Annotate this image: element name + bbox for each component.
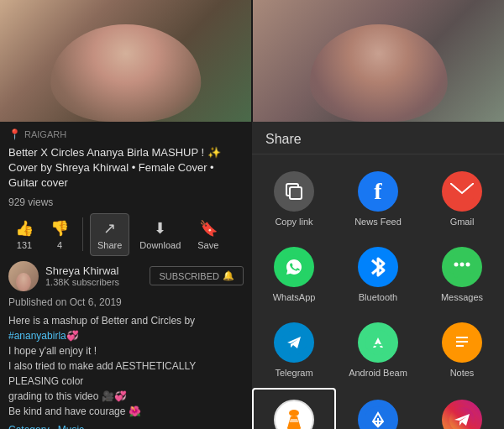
share-item-adm[interactable]: ADM Browser [336, 388, 420, 429]
facebook-label: News Feed [354, 217, 402, 227]
copy-link-icon [274, 171, 314, 212]
gmail-label: Gmail [450, 217, 475, 227]
video-thumb-left[interactable] [0, 0, 251, 122]
location-pin-icon: 📍 [8, 128, 21, 140]
android-beam-icon [358, 322, 398, 363]
notes-label: Notes [450, 368, 475, 378]
download-icon: ⬇ [154, 219, 166, 238]
desc-text-3: Be kind and have courage 🌺 [8, 405, 141, 417]
thumbs-down-icon: 👎 [50, 219, 69, 238]
share-item-copy-link[interactable]: Copy link [252, 161, 336, 237]
direct-instagram-icon [442, 400, 482, 429]
category-row: Category Music [8, 424, 244, 429]
share-item-facebook[interactable]: f News Feed [336, 161, 420, 237]
video-thumbnails-row [0, 0, 504, 122]
download-label: Download [139, 240, 181, 250]
share-item-gmail[interactable]: Gmail [420, 161, 504, 237]
share-item-messages[interactable]: Messages [420, 237, 504, 312]
category-label: Category [8, 424, 50, 429]
copy-link-label: Copy link [275, 217, 312, 227]
bluetooth-icon [358, 247, 398, 287]
vlc-icon [274, 400, 314, 429]
whatsapp-label: WhatsApp [273, 292, 316, 302]
subscribed-button[interactable]: SUBSCRIBED 🔔 [150, 266, 244, 285]
messages-icon [442, 247, 482, 287]
share-icon: ↗ [103, 219, 116, 238]
view-count: 929 views [8, 196, 244, 208]
svg-rect-10 [374, 344, 382, 346]
telegram-icon [274, 322, 314, 363]
desc-text-1: Here is a mashup of Better and Circles b… [8, 315, 195, 327]
share-item-vlc[interactable]: Play with VLC [252, 388, 336, 429]
messages-label: Messages [441, 292, 483, 302]
svg-point-7 [466, 263, 470, 267]
channel-name[interactable]: Shreya Khirwal [45, 264, 143, 277]
share-item-android-beam[interactable]: Android Beam [336, 312, 420, 388]
location-text: RAIGARH [24, 129, 66, 139]
channel-info: Shreya Khirwal 1.38K subscribers [45, 264, 143, 287]
svg-point-6 [460, 263, 465, 267]
publish-date: Published on Oct 6, 2019 [8, 296, 244, 308]
share-label: Share [97, 240, 122, 250]
left-panel: 📍 RAIGARH Better X Circles Ananya Birla … [0, 122, 252, 429]
divider [82, 217, 83, 251]
subscribed-label: SUBSCRIBED [159, 271, 219, 281]
video-title: Better X Circles Ananya Birla MASHUP ! ✨… [8, 145, 244, 191]
save-label: Save [197, 240, 218, 250]
telegram-label: Telegram [275, 368, 312, 378]
channel-subscribers: 1.38K subscribers [45, 277, 143, 287]
video-description: Here is a mashup of Better and Circles b… [8, 313, 244, 419]
channel-avatar[interactable] [8, 261, 39, 291]
share-item-bluetooth[interactable]: Bluetooth [336, 237, 420, 312]
dislike-count: 4 [57, 240, 62, 250]
share-grid: Copy link f News Feed Gmail [252, 154, 504, 429]
video-thumb-right[interactable] [251, 0, 504, 122]
location-row: 📍 RAIGARH [8, 128, 244, 140]
desc-hashtag[interactable]: #ananyabirla [8, 330, 66, 342]
facebook-icon: f [358, 171, 398, 212]
share-item-direct[interactable]: Direct [420, 388, 504, 429]
share-item-telegram[interactable]: Telegram [252, 312, 336, 388]
action-buttons-row: 👍 131 👎 4 ↗ Share ⬇ Download 🔖 Save [8, 213, 244, 256]
share-button[interactable]: ↗ Share [90, 213, 129, 256]
adm-icon [358, 400, 398, 429]
share-item-notes[interactable]: Notes [420, 312, 504, 388]
thumbs-up-icon: 👍 [15, 219, 34, 238]
whatsapp-icon [274, 247, 314, 287]
main-content: 📍 RAIGARH Better X Circles Ananya Birla … [0, 122, 504, 429]
gmail-icon [442, 171, 482, 212]
share-panel: Share Copy link f News Feed [252, 122, 504, 429]
svg-point-5 [454, 263, 459, 267]
android-beam-label: Android Beam [349, 368, 407, 378]
category-value[interactable]: Music [58, 424, 84, 429]
notes-icon [442, 322, 482, 363]
svg-marker-18 [290, 419, 299, 422]
download-button[interactable]: ⬇ Download [133, 214, 187, 255]
save-icon: 🔖 [199, 219, 218, 238]
save-button[interactable]: 🔖 Save [191, 214, 225, 255]
share-header: Share [252, 122, 504, 154]
like-button[interactable]: 👍 131 [8, 214, 40, 255]
svg-rect-1 [290, 187, 302, 199]
like-count: 131 [17, 240, 32, 250]
bell-icon: 🔔 [223, 270, 234, 281]
dislike-button[interactable]: 👎 4 [44, 214, 76, 255]
share-item-whatsapp[interactable]: WhatsApp [252, 237, 336, 312]
svg-point-16 [289, 410, 299, 416]
channel-row: Shreya Khirwal 1.38K subscribers SUBSCRI… [8, 261, 244, 291]
bluetooth-label: Bluetooth [359, 292, 397, 302]
